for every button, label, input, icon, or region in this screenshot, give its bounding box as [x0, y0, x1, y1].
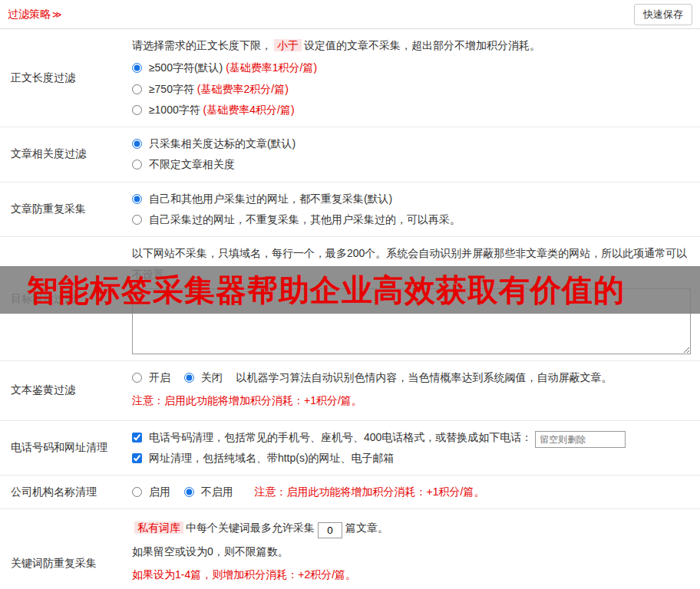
page-title[interactable]: 过滤策略≫: [8, 8, 62, 21]
radio-label: 开启: [149, 371, 170, 383]
radio-porn-off-input[interactable]: [184, 373, 194, 383]
row-label-phone-url-clean: 电话号码和网址清理: [0, 421, 132, 475]
radio-length-1000-input[interactable]: [132, 105, 142, 115]
body-length-desc: 请选择需求的正文长度下限，小于设定值的文章不采集，超出部分不增加积分消耗。: [132, 35, 691, 56]
keyword-dedup-line1: 私有词库中每个关键词最多允许采集篇文章。: [132, 518, 691, 538]
replacement-phone-input[interactable]: [535, 431, 626, 448]
row-label-relevance: 文章相关度过滤: [0, 127, 132, 182]
checkbox-url-clean[interactable]: 网址清理，包括纯域名、带http(s)的网址、电子邮箱: [132, 448, 691, 469]
radio-dedup-self[interactable]: 自己采集过的网址，不重复采集，其他用户采集过的，可以再采。: [132, 209, 691, 230]
fee-note: (基础费率4积分/篇): [203, 104, 295, 116]
radio-label: 只采集相关度达标的文章(默认): [149, 137, 296, 150]
radio-porn-on[interactable]: 开启: [132, 371, 173, 383]
radio-label: 关闭: [201, 371, 223, 383]
desc-text: 设定值的文章不采集，超出部分不增加积分消耗。: [304, 39, 540, 51]
section-keyword-dedup: 关键词防重复采集 私有词库中每个关键词最多允许采集篇文章。 如果留空或设为0，则…: [0, 509, 700, 589]
radio-length-1000[interactable]: ≥1000字符 (基础费率4积分/篇): [132, 100, 691, 120]
radio-company-off[interactable]: 不启用: [184, 485, 236, 498]
company-clean-note: 注意：启用此功能将增加积分消耗：+1积分/篇。: [255, 485, 485, 498]
radio-length-750-input[interactable]: [132, 84, 142, 94]
highlight-private-dict: 私有词库: [134, 522, 183, 534]
radio-dedup-global-input[interactable]: [132, 194, 142, 204]
desc-text: 请选择需求的正文长度下限，: [132, 39, 272, 51]
radio-label: 启用: [149, 485, 170, 498]
radio-label: 自己采集过的网址，不重复采集，其他用户采集过的，可以再采。: [149, 213, 461, 225]
row-label-company-clean: 公司机构名称清理: [0, 475, 132, 508]
radio-label: ≥750字符: [149, 83, 197, 95]
filter-settings-form: 正文长度过滤 请选择需求的正文长度下限，小于设定值的文章不采集，超出部分不增加积…: [0, 29, 700, 589]
radio-label: 自己和其他用户采集过的网址，都不重复采集(默认): [149, 192, 392, 205]
watermark-text: 智能标签采集器帮助企业高效获取有价值的: [27, 269, 625, 311]
row-label-body-length: 正文长度过滤: [0, 29, 132, 127]
section-target-site: 目标网站过滤 以下网站不采集，只填域名，每行一个，最多200个。系统会自动识别并…: [0, 237, 700, 361]
porn-filter-desc: 以机器学习算法自动识别色情内容，当色情概率达到系统阈值，自动屏蔽文章。: [236, 371, 612, 383]
checkbox-url-clean-input[interactable]: [132, 453, 142, 463]
section-body-length: 正文长度过滤 请选择需求的正文长度下限，小于设定值的文章不采集，超出部分不增加积…: [0, 29, 700, 127]
section-relevance: 文章相关度过滤 只采集相关度达标的文章(默认) 不限定文章相关度: [0, 127, 700, 183]
line-text: 篇文章。: [345, 522, 388, 534]
radio-company-on-input[interactable]: [132, 487, 142, 497]
checkbox-label: 网址清理，包括纯域名、带http(s)的网址、电子邮箱: [149, 452, 395, 464]
section-company-clean: 公司机构名称清理 启用 不启用 注意：启用此功能将增加积分消耗：+1积分/篇。: [0, 475, 700, 509]
max-articles-input[interactable]: [318, 522, 342, 538]
radio-length-750[interactable]: ≥750字符 (基础费率2积分/篇): [132, 79, 691, 100]
radio-label: ≥1000字符: [149, 104, 203, 116]
chevron-double-icon: ≫: [52, 9, 62, 20]
checkbox-label: 电话号码清理，包括常见的手机号、座机号、400电话格式，或替换成如下电话：: [149, 431, 532, 443]
section-dedup: 文章防重复采集 自己和其他用户采集过的网址，都不重复采集(默认) 自己采集过的网…: [0, 183, 700, 238]
watermark-banner: 智能标签采集器帮助企业高效获取有价值的: [0, 266, 700, 314]
section-phone-url-clean: 电话号码和网址清理 电话号码清理，包括常见的手机号、座机号、400电话格式，或替…: [0, 421, 700, 476]
radio-label: 不启用: [201, 485, 233, 498]
section-porn-filter: 文本鉴黄过滤 开启 关闭 以机器学习算法自动识别色情内容，当色情概率达到系统阈值…: [0, 361, 700, 421]
highlight-less-than: 小于: [274, 39, 302, 51]
checkbox-phone-clean-input[interactable]: [132, 433, 142, 443]
radio-label: 不限定文章相关度: [149, 158, 235, 170]
radio-length-500-input[interactable]: [132, 63, 142, 73]
radio-label: ≥500字符(默认): [149, 61, 226, 74]
porn-filter-note: 注意：启用此功能将增加积分消耗：+1积分/篇。: [132, 390, 691, 411]
topbar: 过滤策略≫ 快速保存: [0, 0, 700, 29]
checkbox-phone-clean[interactable]: 电话号码清理，包括常见的手机号、座机号、400电话格式，或替换成如下电话：: [132, 427, 691, 448]
keyword-dedup-line3: 如果设为1-4篇，则增加积分消耗：+2积分/篇。: [132, 564, 691, 585]
fee-note: (基础费率2积分/篇): [197, 83, 289, 95]
radio-company-off-input[interactable]: [184, 487, 194, 497]
keyword-dedup-line2: 如果留空或设为0，则不限篇数。: [132, 541, 691, 562]
row-label-keyword-dedup: 关键词防重复采集: [0, 509, 132, 589]
row-label-dedup: 文章防重复采集: [0, 183, 132, 237]
radio-length-500[interactable]: ≥500字符(默认) (基础费率1积分/篇): [132, 58, 691, 78]
radio-dedup-global[interactable]: 自己和其他用户采集过的网址，都不重复采集(默认): [132, 189, 691, 209]
page-title-text: 过滤策略: [8, 8, 51, 20]
radio-relevance-any-input[interactable]: [132, 160, 142, 169]
radio-porn-off[interactable]: 关闭: [184, 371, 226, 383]
radio-relevance-any[interactable]: 不限定文章相关度: [132, 154, 691, 175]
row-label-porn-filter: 文本鉴黄过滤: [0, 361, 132, 420]
radio-porn-on-input[interactable]: [132, 373, 142, 383]
radio-relevance-strict[interactable]: 只采集相关度达标的文章(默认): [132, 133, 691, 154]
line-text: 中每个关键词最多允许采集: [186, 522, 315, 534]
radio-relevance-strict-input[interactable]: [132, 139, 142, 149]
radio-dedup-self-input[interactable]: [132, 215, 142, 225]
fee-note: (基础费率1积分/篇): [226, 61, 317, 74]
radio-company-on[interactable]: 启用: [132, 485, 173, 498]
quick-save-button[interactable]: 快速保存: [634, 4, 692, 25]
